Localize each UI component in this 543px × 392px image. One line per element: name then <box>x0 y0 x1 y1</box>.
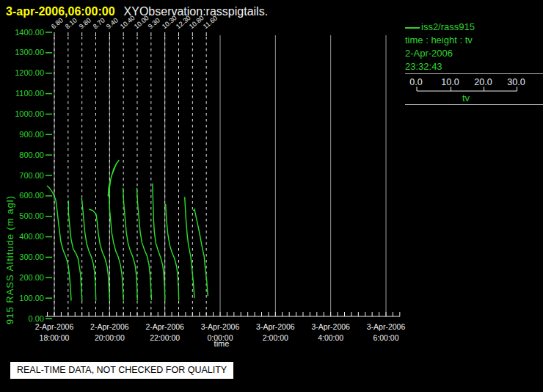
rass-profile-curve <box>193 209 208 296</box>
legend-time-row: 23:32:43 <box>405 60 543 73</box>
x-tick-label: 3-Apr-20066:00:00 <box>355 322 417 344</box>
legend-series-row: iss2/rass915 <box>405 21 543 34</box>
x-tick-date: 3-Apr-2006 <box>300 322 362 333</box>
legend-line-sample-icon <box>405 27 420 29</box>
x-tick-time: 6:00:00 <box>355 333 417 344</box>
app-window: 3-apr-2006,06:00:00XYObservation:rasspig… <box>0 0 543 392</box>
scale-bar-tick-label: 10.0 <box>434 77 467 87</box>
scale-bar-tick-label: 20.0 <box>467 77 500 87</box>
x-axis-title: time <box>200 339 244 348</box>
rass-profile-curve <box>166 204 179 301</box>
scale-bar-label: tv <box>450 92 482 104</box>
x-tick-date: 3-Apr-2006 <box>244 322 306 333</box>
x-tick-time: 4:00:00 <box>300 333 362 344</box>
x-tick-time: 2:00:00 <box>244 333 306 344</box>
x-tick-label: 2-Apr-200618:00:00 <box>23 322 85 344</box>
x-tick-time: 18:00:00 <box>23 333 85 344</box>
legend-series-label: iss2/rass915 <box>421 21 475 32</box>
rass-profile-curve <box>90 209 110 301</box>
x-tick-date: 2-Apr-2006 <box>79 322 140 333</box>
rass-profile-curve <box>137 188 152 300</box>
x-tick-time: 20:00:00 <box>79 333 140 344</box>
x-tick-label: 3-Apr-20064:00:00 <box>300 322 362 344</box>
scale-bar-tick-label: 30.0 <box>500 77 533 87</box>
legend: iss2/rass915 time : height : tv 2-Apr-20… <box>405 21 543 73</box>
legend-fields-row: time : height : tv <box>405 34 543 47</box>
y-tick-label: 1400.00 <box>7 28 44 37</box>
x-tick-label: 2-Apr-200622:00:00 <box>134 322 196 344</box>
rass-profile-curve <box>123 188 138 301</box>
scale-bar-tick-label: 0.0 <box>400 77 432 87</box>
rass-profile-curve <box>185 197 194 298</box>
x-tick-label: 3-Apr-20062:00:00 <box>244 322 306 344</box>
x-tick-date: 2-Apr-2006 <box>23 322 85 333</box>
x-tick-time: 22:00:00 <box>134 333 196 344</box>
legend-separator-top <box>405 73 543 74</box>
rass-profile-curve <box>108 160 123 300</box>
legend-separator-bottom <box>405 104 543 105</box>
rass-profile-curve <box>81 198 96 301</box>
x-tick-label: 2-Apr-200620:00:00 <box>79 322 140 344</box>
quality-notice-banner: REAL-TIME DATA, NOT CHECKED FOR QUALITY <box>10 362 233 379</box>
legend-date-row: 2-Apr-2006 <box>405 47 543 60</box>
rass-profile-curve <box>153 184 165 300</box>
y-axis-title: 915 RASS Altitude (m agl) <box>4 46 15 324</box>
x-tick-date: 3-Apr-2006 <box>189 322 251 333</box>
x-tick-date: 2-Apr-2006 <box>134 322 196 333</box>
x-tick-date: 3-Apr-2006 <box>355 322 417 333</box>
rass-profile-curve <box>47 186 71 301</box>
